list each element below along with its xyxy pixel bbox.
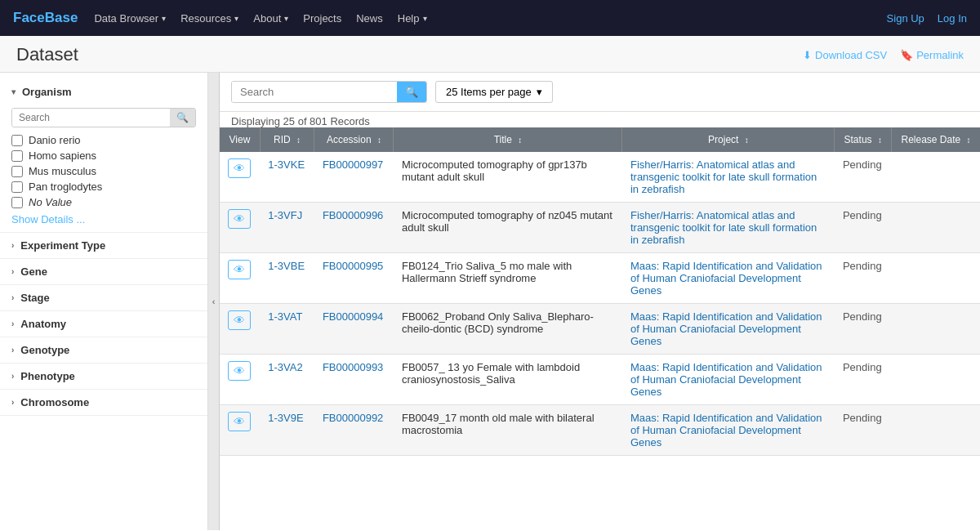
nav-about[interactable]: About ▾ (253, 12, 288, 25)
col-rid[interactable]: RID ↕ (260, 127, 314, 152)
accession-link[interactable]: FB00000997 (323, 158, 383, 171)
organism-item-novalue: No Value (11, 194, 196, 210)
cell-release-date (892, 152, 980, 203)
project-link[interactable]: Maas: Rapid Identification and Validatio… (630, 361, 822, 398)
organism-checkbox-homo[interactable] (11, 150, 23, 162)
project-link[interactable]: Maas: Rapid Identification and Validatio… (630, 412, 822, 448)
table-row: 👁 1-3VFJ FB00000996 Microcomputed tomogr… (220, 203, 980, 253)
header-actions: ⬇ Download CSV 🔖 Permalink (803, 49, 964, 61)
sort-icon: ↕ (967, 136, 971, 145)
nav-projects[interactable]: Projects (303, 12, 341, 25)
facet-anatomy-header[interactable]: › Anatomy (0, 311, 207, 337)
download-csv-button[interactable]: ⬇ Download CSV (803, 49, 887, 61)
rid-link[interactable]: 1-3VBE (268, 260, 305, 272)
status-badge: Pending (843, 209, 882, 221)
organism-search-button[interactable]: 🔍 (170, 109, 195, 127)
cell-status: Pending (835, 304, 892, 355)
cell-accession: FB00000993 (314, 355, 394, 405)
accession-link[interactable]: FB00000996 (323, 209, 383, 221)
organism-checkbox-pan[interactable] (11, 181, 23, 193)
rid-link[interactable]: 1-3VKE (268, 158, 305, 171)
view-button[interactable]: 👁 (228, 361, 251, 381)
accession-link[interactable]: FB00000994 (323, 310, 383, 323)
cell-title: Microcomputed tomography of nz045 mutant… (394, 203, 622, 253)
navbar: FaceBase Data Browser ▾ Resources ▾ Abou… (0, 0, 980, 36)
cell-status: Pending (835, 253, 892, 304)
col-accession[interactable]: Accession ↕ (314, 127, 394, 152)
cell-accession: FB00000997 (314, 152, 394, 203)
facet-phenotype-header[interactable]: › Phenotype (0, 364, 207, 389)
facet-phenotype: › Phenotype (0, 364, 207, 390)
cell-project: Maas: Rapid Identification and Validatio… (622, 405, 835, 456)
organism-search-input[interactable] (12, 109, 170, 127)
main-search-box[interactable]: 🔍 (231, 81, 427, 103)
rid-link[interactable]: 1-3V9E (268, 412, 303, 424)
project-link[interactable]: Maas: Rapid Identification and Validatio… (630, 310, 822, 347)
cell-title: Microcomputed tomography of gpr137b muta… (394, 152, 622, 203)
project-link[interactable]: Maas: Rapid Identification and Validatio… (630, 260, 822, 297)
facet-experiment-type-header[interactable]: › Experiment Type (0, 233, 207, 258)
show-details-link[interactable]: Show Details ... (11, 213, 85, 225)
caret-right-icon: › (11, 293, 14, 302)
bookmark-icon: 🔖 (900, 49, 913, 61)
project-link[interactable]: Fisher/Harris: Anatomical atlas and tran… (630, 158, 817, 195)
cell-status: Pending (835, 355, 892, 405)
navbar-right-actions: Sign Up Log In (887, 12, 967, 25)
accession-link[interactable]: FB00000995 (323, 260, 383, 272)
facet-genotype-header[interactable]: › Genotype (0, 337, 207, 363)
cell-rid: 1-3VKE (260, 152, 314, 203)
organism-checkbox-danio[interactable] (11, 135, 23, 146)
view-button[interactable]: 👁 (228, 412, 251, 431)
facet-genotype: › Genotype (0, 337, 207, 364)
organism-checkbox-mus[interactable] (11, 166, 23, 177)
cell-rid: 1-3VA2 (260, 355, 314, 405)
cell-accession: FB00000995 (314, 253, 394, 304)
col-release-date[interactable]: Release Date ↕ (892, 127, 980, 152)
nav-news[interactable]: News (356, 12, 383, 25)
facet-stage-header[interactable]: › Stage (0, 285, 207, 310)
sidebar: ▾ Organism 🔍 Danio rerio Homo sapiens (0, 73, 208, 530)
caret-right-icon: › (11, 398, 14, 407)
permalink-button[interactable]: 🔖 Permalink (900, 49, 964, 61)
nav-resources[interactable]: Resources ▾ (180, 12, 238, 25)
organism-checkbox-novalue[interactable] (11, 197, 23, 208)
accession-link[interactable]: FB00000992 (323, 412, 383, 424)
status-badge: Pending (843, 310, 882, 323)
main-search-button[interactable]: 🔍 (397, 82, 426, 102)
table-row: 👁 1-3VBE FB00000995 FB0124_Trio Saliva_5… (220, 253, 980, 304)
col-status[interactable]: Status ↕ (835, 127, 892, 152)
sidebar-collapse-handle[interactable]: ‹ (208, 73, 220, 530)
caret-right-icon: › (11, 372, 14, 381)
log-in-button[interactable]: Log In (938, 12, 967, 25)
col-view: View (220, 127, 260, 152)
col-project[interactable]: Project ↕ (622, 127, 835, 152)
sort-icon: ↕ (878, 136, 882, 145)
view-button[interactable]: 👁 (228, 158, 251, 178)
cell-view: 👁 (220, 355, 260, 405)
rid-link[interactable]: 1-3VA2 (268, 361, 302, 373)
main-search-input[interactable] (232, 82, 397, 102)
rid-link[interactable]: 1-3VAT (268, 310, 302, 323)
caret-right-icon: › (11, 241, 14, 250)
view-button[interactable]: 👁 (228, 310, 251, 330)
nav-help[interactable]: Help ▾ (398, 12, 427, 25)
nav-data-browser[interactable]: Data Browser ▾ (94, 12, 166, 25)
per-page-dropdown[interactable]: 25 Items per page ▾ (435, 81, 553, 103)
accession-link[interactable]: FB00000993 (323, 361, 383, 373)
view-button[interactable]: 👁 (228, 209, 251, 229)
cell-project: Fisher/Harris: Anatomical atlas and tran… (622, 152, 835, 203)
facet-chromosome-header[interactable]: › Chromosome (0, 390, 207, 415)
col-title[interactable]: Title ↕ (394, 127, 622, 152)
view-button[interactable]: 👁 (228, 260, 251, 279)
rid-link[interactable]: 1-3VFJ (268, 209, 302, 221)
organism-search-box[interactable]: 🔍 (11, 108, 196, 127)
facet-gene-header[interactable]: › Gene (0, 259, 207, 284)
facet-organism-header[interactable]: ▾ Organism (0, 79, 207, 105)
table-header-row: View RID ↕ Accession ↕ Title ↕ (220, 127, 980, 152)
organism-item-mus: Mus musculus (11, 163, 196, 179)
facet-gene: › Gene (0, 259, 207, 285)
sign-up-button[interactable]: Sign Up (887, 12, 924, 25)
brand-logo[interactable]: FaceBase (13, 10, 78, 26)
status-badge: Pending (843, 412, 882, 424)
project-link[interactable]: Fisher/Harris: Anatomical atlas and tran… (630, 209, 817, 246)
